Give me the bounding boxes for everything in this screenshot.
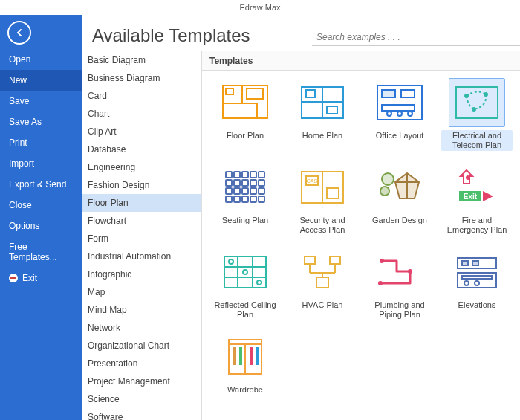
svg-point-79 xyxy=(464,281,469,285)
sidebar-item-label: Free Templates... xyxy=(9,242,73,262)
svg-text:Exit: Exit xyxy=(464,193,478,201)
svg-rect-18 xyxy=(456,87,498,118)
svg-rect-37 xyxy=(226,196,232,202)
sidebar-item-label: New xyxy=(9,75,27,85)
back-button[interactable] xyxy=(7,21,31,45)
sidebar-item-save[interactable]: Save xyxy=(0,91,82,112)
template-label: Floor Plan xyxy=(225,130,265,141)
svg-point-60 xyxy=(229,259,233,264)
template-electrical[interactable]: Electrical and Telecom Plan xyxy=(440,78,514,151)
template-label: Elevations xyxy=(457,300,498,311)
category-item[interactable]: Database xyxy=(82,140,201,158)
category-item[interactable]: Chart xyxy=(82,105,201,123)
template-thumb-icon xyxy=(294,78,351,127)
sidebar-item-import[interactable]: Import xyxy=(0,153,82,174)
category-item[interactable]: Infographic xyxy=(82,265,201,283)
template-wardrobe[interactable]: Wardrobe xyxy=(208,332,282,395)
sidebar-item-export-send[interactable]: Export & Send xyxy=(0,174,82,195)
svg-rect-0 xyxy=(223,85,267,118)
sidebar-item-open[interactable]: Open xyxy=(0,49,82,70)
template-plumbing[interactable]: Plumbing and Piping Plan xyxy=(363,248,437,320)
svg-rect-36 xyxy=(259,188,264,194)
category-item[interactable]: Engineering xyxy=(82,158,201,176)
sidebar-item-new[interactable]: New xyxy=(0,70,82,91)
sidebar-item-label: Exit xyxy=(22,273,37,283)
sidebar-item-print[interactable]: Print xyxy=(0,132,82,153)
svg-point-62 xyxy=(257,280,261,285)
sidebar-item-exit[interactable]: Exit xyxy=(0,268,82,288)
svg-rect-46 xyxy=(327,188,339,198)
sidebar-item-save-as[interactable]: Save As xyxy=(0,112,82,132)
template-hvac[interactable]: HVAC Plan xyxy=(285,248,360,320)
svg-rect-31 xyxy=(259,180,264,186)
svg-point-73 xyxy=(378,281,383,285)
search-input[interactable] xyxy=(312,29,520,46)
category-item[interactable]: Fashion Design xyxy=(82,176,201,194)
svg-point-71 xyxy=(380,259,384,263)
svg-text:CAS: CAS xyxy=(307,178,318,184)
category-item[interactable]: Basic Diagram xyxy=(82,51,201,69)
svg-rect-23 xyxy=(234,172,240,178)
template-fire[interactable]: ExitFire and Emergency Plan xyxy=(440,163,514,236)
category-item[interactable]: Flowchart xyxy=(82,212,201,230)
svg-rect-41 xyxy=(259,196,264,202)
svg-rect-75 xyxy=(462,261,468,265)
svg-point-47 xyxy=(382,173,394,185)
sidebar-item-label: Export & Send xyxy=(9,179,66,190)
template-elevations[interactable]: Elevations xyxy=(440,248,514,320)
svg-rect-25 xyxy=(250,172,256,178)
template-thumb-icon xyxy=(217,163,273,212)
sidebar-item-label: Open xyxy=(9,54,30,65)
heading-row: Available Templates xyxy=(82,15,520,51)
category-item[interactable]: Floor Plan xyxy=(82,194,201,212)
category-item[interactable]: Organizational Chart xyxy=(82,337,201,355)
svg-point-72 xyxy=(408,269,412,274)
svg-rect-22 xyxy=(226,172,232,178)
template-floor-plan[interactable]: Floor Plan xyxy=(208,78,282,151)
template-ceiling[interactable]: Reflected Ceiling Plan xyxy=(208,248,282,320)
template-seating[interactable]: Seating Plan xyxy=(208,163,282,236)
sidebar-item-label: Options xyxy=(9,221,39,231)
category-item[interactable]: Form xyxy=(82,230,201,248)
category-item[interactable]: Science xyxy=(82,390,201,408)
template-security[interactable]: CASSecurity and Access Plan xyxy=(285,163,360,236)
svg-rect-38 xyxy=(234,196,240,202)
svg-rect-9 xyxy=(306,90,315,97)
svg-rect-4 xyxy=(226,88,233,94)
template-office-layout[interactable]: Office Layout xyxy=(363,78,437,151)
sidebar-item-close[interactable]: Close xyxy=(0,195,82,216)
sidebar-item-free-templates[interactable]: Free Templates... xyxy=(0,236,82,268)
template-thumb-icon xyxy=(449,78,505,127)
svg-rect-40 xyxy=(250,196,256,202)
category-item[interactable]: Clip Art xyxy=(82,123,201,140)
template-label: HVAC Plan xyxy=(301,300,345,311)
category-list[interactable]: Basic DiagramBusiness DiagramCardChartCl… xyxy=(82,51,202,420)
category-item[interactable]: Business Diagram xyxy=(82,69,201,87)
templates-panel: Templates Floor PlanHome PlanOffice Layo… xyxy=(202,51,520,420)
svg-point-16 xyxy=(397,112,402,116)
svg-point-80 xyxy=(475,281,479,285)
category-item[interactable]: Map xyxy=(82,283,201,301)
svg-rect-55 xyxy=(224,256,266,288)
sidebar-item-label: Save As xyxy=(9,117,42,127)
main-panel: Available Templates Basic DiagramBusines… xyxy=(82,15,520,420)
category-item[interactable]: Mind Map xyxy=(82,301,201,319)
template-thumb-icon xyxy=(294,248,351,297)
template-garden[interactable]: Garden Design xyxy=(363,163,437,236)
sidebar-item-options[interactable]: Options xyxy=(0,216,82,236)
category-item[interactable]: Project Management xyxy=(82,372,201,390)
svg-rect-27 xyxy=(226,180,232,186)
category-item[interactable]: Network xyxy=(82,319,201,337)
template-home-plan[interactable]: Home Plan xyxy=(285,78,360,151)
template-thumb-icon xyxy=(217,332,273,381)
templates-header: Templates xyxy=(202,51,520,71)
category-item[interactable]: Industrial Automation xyxy=(82,248,201,265)
template-label: Reflected Ceiling Plan xyxy=(209,300,281,320)
svg-rect-10 xyxy=(327,106,337,114)
svg-point-61 xyxy=(243,270,247,274)
svg-rect-26 xyxy=(259,172,264,178)
category-item[interactable]: Software xyxy=(82,408,201,420)
category-item[interactable]: Presentation xyxy=(82,355,201,372)
template-thumb-icon xyxy=(371,163,428,212)
category-item[interactable]: Card xyxy=(82,87,201,105)
